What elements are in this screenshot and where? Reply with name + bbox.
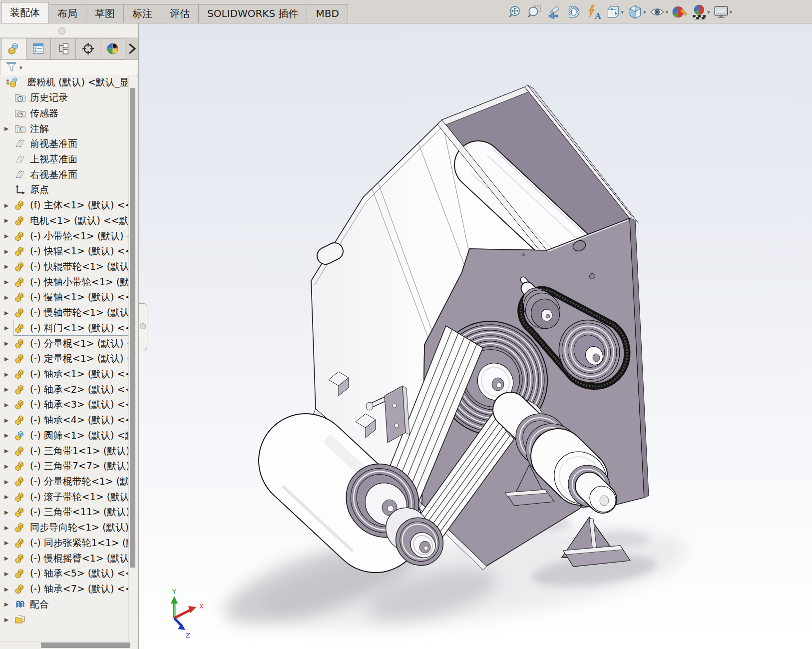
panel-tab-propertymanager[interactable] [26,38,51,59]
tree-item[interactable]: ▶(-) 慢棍摇臂<1> (默认) [0,551,129,566]
expand-arrow-icon[interactable]: ▶ [0,571,13,577]
ribbon-tab[interactable]: 草图 [86,4,124,23]
section-view-button[interactable] [566,4,582,20]
edit-appearance-button[interactable] [672,4,688,20]
tree-item[interactable]: ▶(-) 三角带7<7> (默认) [0,459,129,474]
expand-arrow-icon[interactable]: ▶ [0,555,13,562]
tree-item[interactable]: ▶(-) 三角带<11> (默认) [0,505,129,520]
expand-arrow-icon[interactable]: ▶ [0,356,13,362]
expand-arrow-icon[interactable]: ▶ [0,448,13,454]
apply-scene-dropdown-icon[interactable]: ▾ [707,9,710,15]
expand-arrow-icon[interactable]: ▶ [0,340,13,347]
panel-tab-dimxpertmanager[interactable] [76,38,101,59]
expand-arrow-icon[interactable]: ▶ [0,233,13,239]
expand-arrow-icon[interactable]: ▶ [0,125,13,132]
expand-arrow-icon[interactable]: ▶ [0,248,13,255]
display-style-button[interactable]: ▾ [627,4,646,20]
tree-item[interactable]: ▶(-) 滚子带轮<1> (默认) [0,489,129,505]
tree-item[interactable]: ▶ [0,612,129,628]
tree-item[interactable]: 原点 [0,182,129,198]
hide-show-items-dropdown-icon[interactable]: ▾ [665,9,668,15]
view-orientation-dropdown-icon[interactable]: ▾ [621,9,624,15]
tree-item[interactable]: ▶(-) 慢轴<1> (默认) <<默 [0,290,129,305]
tree-item[interactable]: ▶(-) 快辊带轮<1> (默认) [0,259,129,275]
hscroll-thumb[interactable] [41,643,130,648]
model-roller-stub[interactable] [326,251,335,256]
annotation-views-button[interactable]: A [585,4,601,20]
tree-item[interactable]: ▶电机<1> (默认) <<默认 [0,213,129,228]
display-style-dropdown-icon[interactable]: ▾ [643,9,646,15]
expand-arrow-icon[interactable]: ▶ [0,586,13,593]
expand-arrow-icon[interactable]: ▶ [0,371,13,378]
tree-item[interactable]: ▶配合 [0,597,129,612]
view-settings-dropdown-icon[interactable]: ▾ [729,9,732,15]
tree-item[interactable]: ▶(-) 分量棍带轮<1> (默认 [0,474,129,490]
panel-tab-featuremanager[interactable] [1,38,26,59]
vscroll-thumb[interactable] [130,88,135,568]
zoom-to-area-button[interactable] [527,4,543,20]
tree-horizontal-scrollbar[interactable] [0,641,138,649]
tree-item[interactable]: ▶(-) 分量棍<1> (默认) < [0,336,129,351]
ribbon-tab[interactable]: 标注 [123,4,161,23]
expand-arrow-icon[interactable]: ▶ [0,601,13,608]
tree-item[interactable]: ▶A注解 [0,121,129,136]
expand-arrow-icon[interactable]: ▶ [0,386,13,393]
apply-scene-button[interactable]: ▾ [691,4,710,20]
tree-item[interactable]: 右视基准面 [0,167,129,182]
ribbon-tab[interactable]: 装配体 [1,2,49,23]
tree-item[interactable]: 上视基准面 [0,152,129,167]
expand-arrow-icon[interactable]: ▶ [0,417,13,424]
ribbon-tab[interactable]: 评估 [161,4,199,23]
tree-item[interactable]: 历史记录 [0,90,129,106]
ribbon-tab[interactable]: SOLIDWORKS 插件 [198,4,307,23]
expand-arrow-icon[interactable]: ▶ [0,540,13,546]
tree-item[interactable]: ▶(-) 定量棍<1> (默认) < [0,351,129,367]
tree-item[interactable]: ▶(-) 同步张紧轮1<1> (默 [0,536,129,551]
expand-arrow-icon[interactable]: ▶ [0,617,13,623]
tree-item[interactable]: ▶(-) 小带轮<1> (默认) < [0,228,129,244]
filter-dropdown-icon[interactable]: ▾ [19,64,22,71]
expand-arrow-icon[interactable]: ▶ [0,294,13,301]
expand-arrow-icon[interactable]: ▶ [0,217,13,224]
view-orientation-button[interactable]: ▾ [605,4,624,20]
zoom-to-fit-button[interactable] [507,4,523,20]
ribbon-tab[interactable]: 布局 [48,4,86,23]
tree-item[interactable]: ▶(f) 主体<1> (默认) <<默 [0,198,129,213]
tree-item[interactable]: ▶(-) 轴承<7> (默认) <<默 [0,582,129,597]
tree-item[interactable]: 前视基准面 [0,136,129,152]
expand-arrow-icon[interactable]: ▶ [0,479,13,485]
tree-item[interactable]: ▶(-) 料门<1> (默认) <<默 [0,321,129,336]
tree-item[interactable]: ▶(-) 三角带1<1> (默认) [0,443,129,459]
panel-tab-expand[interactable] [125,38,138,59]
previous-view-button[interactable] [546,4,562,20]
tree-item[interactable]: ▶(-) 轴承<3> (默认) <<默 [0,397,129,413]
tree-item[interactable]: ▶同步导向轮<1> (默认) [0,520,129,536]
expand-arrow-icon[interactable]: ▶ [0,494,13,500]
tree-vertical-scrollbar[interactable] [128,75,136,649]
tree-item[interactable]: ▶(-) 快轴小带轮<1> (默认 [0,274,129,290]
expand-arrow-icon[interactable]: ▶ [0,402,13,408]
tree-filter[interactable]: ▾ [0,60,138,76]
panel-splitter-horizontal[interactable] [0,23,138,38]
graphics-viewport[interactable]: Y X Z [139,23,812,649]
ribbon-tab[interactable]: MBD [307,4,348,23]
panel-tab-displaymanager[interactable] [100,38,125,59]
hide-show-items-button[interactable]: ▾ [649,4,668,20]
tree-item[interactable]: ▶(-) 轴承<2> (默认) <<默 [0,382,129,397]
panel-splitter-tab[interactable] [139,303,147,350]
expand-arrow-icon[interactable]: ▶ [0,279,13,285]
expand-arrow-icon[interactable]: ▶ [0,463,13,470]
tree-item[interactable]: ▶(-) 慢轴带轮<1> (默认) [0,305,129,321]
expand-arrow-icon[interactable]: ▶ [0,202,13,209]
view-settings-button[interactable]: ▾ [713,4,732,20]
expand-arrow-icon[interactable]: ▶ [0,432,13,439]
tree-item[interactable]: ▶(-) 快辊<1> (默认) <<默 [0,244,129,259]
tree-item[interactable]: 传感器 [0,105,129,121]
expand-arrow-icon[interactable]: ▶ [0,509,13,516]
expand-arrow-icon[interactable]: ▶ [0,325,13,331]
tree-item[interactable]: ▶(-) 圆筛<1> (默认) <默 [0,428,129,444]
expand-arrow-icon[interactable]: ▶ [0,525,13,531]
expand-arrow-icon[interactable]: ▶ [0,310,13,316]
expand-arrow-icon[interactable]: ▶ [0,263,13,270]
tree-item[interactable]: ▶(-) 轴承<1> (默认) <<默 [0,367,129,382]
